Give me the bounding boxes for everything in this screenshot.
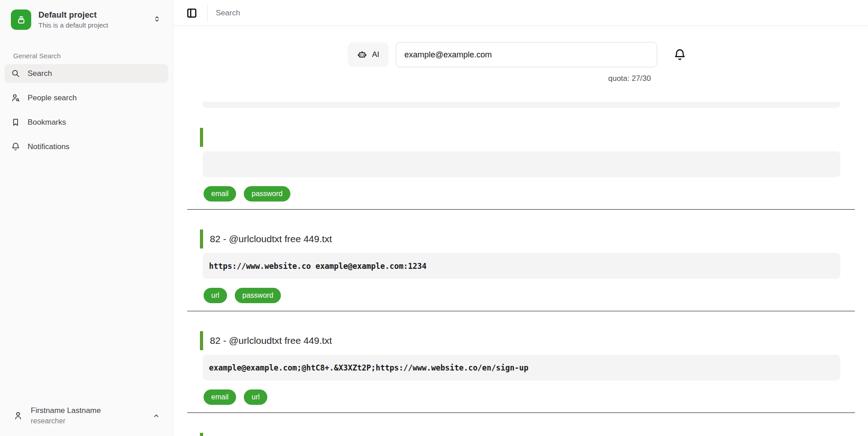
main-area: Search AI [173, 0, 868, 436]
sidebar-item-label: People search [28, 94, 77, 103]
sidebar-item-label: Bookmarks [28, 118, 66, 127]
project-name: Default project [38, 10, 146, 20]
topbar: Search [173, 0, 868, 26]
result-item: 5432.txt example@example.com:138276 emai… [187, 433, 855, 436]
search-input[interactable] [396, 42, 657, 67]
quota-row: quota: 27/30 [173, 74, 868, 83]
project-switcher[interactable]: Default project This is a default projec… [0, 0, 173, 39]
page-title: Search [216, 9, 240, 18]
result-divider [187, 413, 855, 413]
sidebar-item-bookmarks[interactable]: Bookmarks [5, 113, 168, 131]
project-description: This is a default project [38, 21, 146, 29]
sidebar-item-label: Notifications [28, 142, 70, 151]
tag-url[interactable]: url [244, 389, 267, 405]
bot-icon [357, 50, 367, 60]
search-row: AI [173, 42, 868, 67]
bell-icon [673, 48, 687, 61]
bell-icon [11, 142, 20, 151]
result-tags: urlpassword [204, 288, 840, 303]
notification-bell-button[interactable] [673, 48, 687, 61]
chevron-up-icon [152, 412, 160, 420]
ai-search-button[interactable]: AI [348, 42, 389, 67]
result-title: 5432.txt [200, 433, 840, 436]
sidebar-nav: Search People search Boo [0, 64, 173, 156]
archive-stack-icon [11, 9, 31, 30]
tag-email[interactable]: email [204, 389, 236, 405]
user-menu[interactable]: Firstname Lastname researcher [0, 402, 173, 430]
content: AI quota: 27/30 emailpassword [173, 26, 868, 436]
user-name: Firstname Lastname [31, 406, 145, 415]
user-role: researcher [31, 417, 145, 425]
bookmark-icon [11, 117, 20, 127]
sidebar-item-people-search[interactable]: People search [5, 89, 168, 107]
panel-left-icon[interactable] [186, 8, 197, 19]
person-icon [13, 411, 23, 421]
topbar-divider [207, 4, 208, 22]
result-title: 82 - @urlcloudtxt free 449.txt [200, 230, 840, 248]
result-content-truncated [203, 102, 840, 108]
sidebar-item-notifications[interactable]: Notifications [5, 137, 168, 156]
tag-email[interactable]: email [204, 186, 236, 202]
result-item: emailpassword [187, 102, 855, 210]
result-content[interactable]: example@example.com;@htC8+.&X3XZt2P;http… [203, 355, 840, 380]
app-window: Default project This is a default projec… [0, 0, 868, 436]
tag-password[interactable]: password [235, 288, 281, 303]
sidebar-item-label: Search [28, 69, 52, 78]
result-title [200, 128, 840, 147]
result-title: 82 - @urlcloudtxt free 449.txt [200, 331, 840, 350]
quota-text: quota: 27/30 [348, 74, 657, 83]
sidebar-item-search[interactable]: Search [5, 64, 168, 83]
tag-password[interactable]: password [244, 186, 290, 202]
result-content[interactable] [203, 151, 840, 177]
project-meta: Default project This is a default projec… [38, 10, 146, 29]
person-search-icon [11, 93, 20, 103]
sidebar: Default project This is a default projec… [0, 0, 173, 436]
result-tags: emailurl [204, 389, 840, 405]
result-tags: emailpassword [204, 186, 840, 202]
search-icon [11, 69, 20, 78]
tag-url[interactable]: url [204, 288, 227, 303]
chevrons-up-down-icon[interactable] [153, 15, 161, 25]
result-item: 82 - @urlcloudtxt free 449.txt example@e… [187, 331, 855, 413]
result-divider [187, 311, 855, 311]
result-content[interactable]: https://www.website.co example@example.c… [203, 253, 840, 279]
sidebar-section-label: General Search [0, 39, 173, 64]
user-meta: Firstname Lastname researcher [31, 406, 145, 425]
ai-button-label: AI [372, 50, 379, 59]
results-list: emailpassword 82 - @urlcloudtxt free 449… [187, 102, 855, 436]
result-item: 82 - @urlcloudtxt free 449.txt https://w… [187, 230, 855, 311]
result-divider [187, 209, 855, 210]
